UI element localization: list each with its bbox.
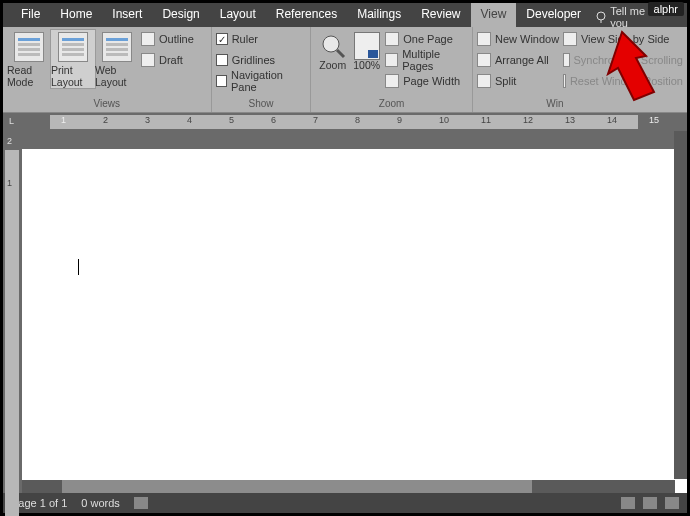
new-window-label: New Window — [495, 33, 559, 45]
view-shortcuts — [621, 497, 679, 509]
group-show-label: Show — [212, 98, 311, 112]
split-label: Split — [495, 75, 516, 87]
tab-review[interactable]: Review — [411, 3, 470, 27]
page-width-icon — [385, 74, 399, 88]
reset-position-button[interactable]: Reset Window Position — [563, 72, 683, 90]
web-layout-button[interactable]: Web Layout — [95, 30, 139, 88]
sync-scroll-icon — [563, 53, 570, 67]
hundred-icon — [354, 32, 380, 60]
horizontal-ruler[interactable]: L 1 2 3 4 5 6 7 8 9 10 11 12 13 14 15 — [3, 113, 687, 131]
ruler-track — [50, 115, 638, 129]
gridlines-label: Gridlines — [232, 54, 275, 66]
page-width-button[interactable]: Page Width — [385, 72, 468, 90]
hundred-button[interactable]: 100% — [350, 30, 383, 72]
page-indicator[interactable]: Page 1 of 1 — [11, 497, 67, 509]
side-by-side-label: View Side by Side — [581, 33, 669, 45]
ruler-tick: 7 — [313, 115, 318, 125]
group-views-label: Views — [3, 98, 211, 112]
split-icon — [477, 74, 491, 88]
side-by-side-icon — [563, 32, 577, 46]
lightbulb-icon — [595, 11, 606, 23]
print-layout-label: Print Layout — [51, 65, 95, 88]
print-layout-button[interactable]: Print Layout — [51, 30, 95, 88]
gridlines-checkbox[interactable]: Gridlines — [216, 51, 307, 69]
proofing-icon[interactable] — [134, 497, 148, 509]
tab-marker-icon: L — [9, 116, 14, 126]
ruler-tick: 9 — [397, 115, 402, 125]
group-show: ✓ Ruler Gridlines Navigation Pane Show — [212, 27, 312, 112]
draft-label: Draft — [159, 54, 183, 66]
ruler-tick: 8 — [355, 115, 360, 125]
ruler-tick: 4 — [187, 115, 192, 125]
svg-point-0 — [597, 12, 605, 20]
outline-icon — [141, 32, 155, 46]
svg-point-2 — [323, 36, 339, 52]
print-layout-icon — [58, 32, 88, 62]
tab-references[interactable]: References — [266, 3, 347, 27]
group-zoom-label: Zoom — [311, 98, 472, 112]
vertical-ruler[interactable]: 2 1 — [3, 132, 21, 479]
arrange-all-button[interactable]: Arrange All — [477, 51, 563, 69]
zoom-button[interactable]: Zoom — [315, 30, 350, 72]
outline-label: Outline — [159, 33, 194, 45]
scroll-thumb[interactable] — [62, 480, 532, 493]
tab-developer[interactable]: Developer — [516, 3, 591, 27]
tab-design[interactable]: Design — [152, 3, 209, 27]
one-page-button[interactable]: One Page — [385, 30, 468, 48]
tab-mailings[interactable]: Mailings — [347, 3, 411, 27]
ruler-tick: 11 — [481, 115, 491, 125]
svg-line-3 — [337, 50, 344, 57]
web-layout-icon — [102, 32, 132, 62]
outline-button[interactable]: Outline — [141, 30, 194, 48]
ruler-tick: 13 — [565, 115, 575, 125]
read-mode-icon — [14, 32, 44, 62]
tab-layout[interactable]: Layout — [210, 3, 266, 27]
split-button[interactable]: Split — [477, 72, 563, 90]
sync-scroll-button[interactable]: Synchronous Scrolling — [563, 51, 683, 69]
ruler-tick: 12 — [523, 115, 533, 125]
ruler-checkbox[interactable]: ✓ Ruler — [216, 30, 307, 48]
status-bar: Page 1 of 1 0 words — [3, 493, 687, 513]
one-page-label: One Page — [403, 33, 453, 45]
ruler-tick: 5 — [229, 115, 234, 125]
new-window-button[interactable]: New Window — [477, 30, 563, 48]
page[interactable] — [22, 149, 687, 493]
web-layout-icon[interactable] — [665, 497, 679, 509]
tab-home[interactable]: Home — [50, 3, 102, 27]
multiple-pages-button[interactable]: Multiple Pages — [385, 51, 468, 69]
group-window: New Window Arrange All Split View Side b… — [473, 27, 687, 112]
group-window-label: Win — [473, 98, 687, 112]
ribbon: Read Mode Print Layout Web Layout Outlin… — [3, 27, 687, 113]
ruler-tick: 10 — [439, 115, 449, 125]
horizontal-scrollbar[interactable] — [22, 480, 675, 493]
view-side-by-side-button[interactable]: View Side by Side — [563, 30, 683, 48]
word-window: File Home Insert Design Layout Reference… — [3, 3, 687, 513]
tab-file[interactable]: File — [11, 3, 50, 27]
ruler-tick: 6 — [271, 115, 276, 125]
group-views: Read Mode Print Layout Web Layout Outlin… — [3, 27, 212, 112]
checkbox-icon — [216, 54, 228, 66]
draft-button[interactable]: Draft — [141, 51, 194, 69]
page-width-label: Page Width — [403, 75, 460, 87]
nav-pane-checkbox[interactable]: Navigation Pane — [216, 72, 307, 90]
new-window-icon — [477, 32, 491, 46]
tab-view[interactable]: View — [471, 3, 517, 27]
word-count[interactable]: 0 words — [81, 497, 120, 509]
ruler-label: Ruler — [232, 33, 258, 45]
vruler-tick: 1 — [7, 178, 12, 188]
checkbox-icon — [216, 75, 227, 87]
read-mode-label: Read Mode — [7, 65, 51, 88]
ruler-tick: 2 — [103, 115, 108, 125]
multiple-pages-label: Multiple Pages — [402, 48, 468, 72]
read-mode-icon[interactable] — [621, 497, 635, 509]
group-zoom: Zoom 100% One Page Multiple Pages — [311, 27, 473, 112]
ruler-tick: 3 — [145, 115, 150, 125]
tab-insert[interactable]: Insert — [102, 3, 152, 27]
ruler-tick: 14 — [607, 115, 617, 125]
read-mode-button[interactable]: Read Mode — [7, 30, 51, 88]
print-layout-icon[interactable] — [643, 497, 657, 509]
vertical-scrollbar[interactable] — [674, 131, 687, 479]
draft-icon — [141, 53, 155, 67]
multiple-pages-icon — [385, 53, 398, 67]
vruler-tick: 2 — [7, 136, 12, 146]
